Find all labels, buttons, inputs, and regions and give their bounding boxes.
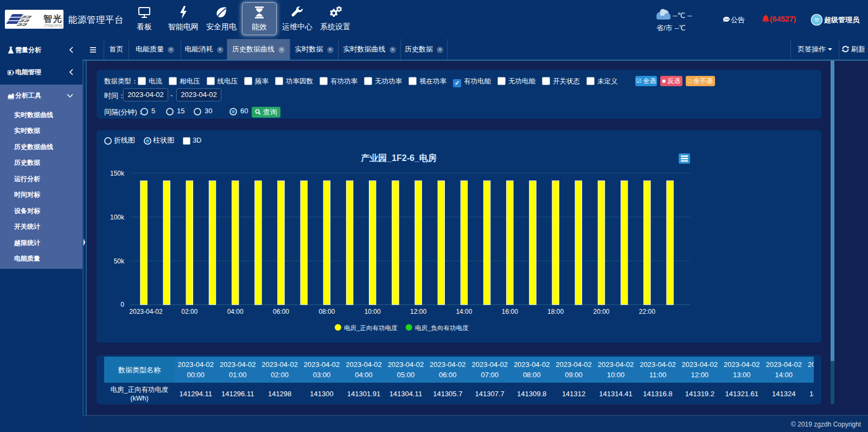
svg-text:12:00: 12:00 xyxy=(410,308,426,315)
svg-text:08:00: 08:00 xyxy=(318,308,335,315)
svg-text:04:00: 04:00 xyxy=(227,308,244,315)
svg-text:100k: 100k xyxy=(110,214,125,221)
svg-text:18:00: 18:00 xyxy=(547,308,564,315)
svg-text:06:00: 06:00 xyxy=(273,308,289,315)
svg-text:Zhiguang: Zhiguang xyxy=(44,23,62,28)
svg-text:20:00: 20:00 xyxy=(593,308,609,315)
svg-text:产业园_1F2-6_电房: 产业园_1F2-6_电房 xyxy=(360,153,437,163)
svg-text:智光: 智光 xyxy=(43,14,63,23)
svg-text:150k: 150k xyxy=(110,170,125,177)
svg-text:02:00: 02:00 xyxy=(181,308,197,315)
svg-text:0: 0 xyxy=(120,301,124,308)
svg-text:22:00: 22:00 xyxy=(639,308,655,315)
svg-text:14:00: 14:00 xyxy=(456,308,472,315)
svg-text:10:00: 10:00 xyxy=(365,308,381,315)
svg-text:电房_正向有功电度: 电房_正向有功电度 xyxy=(344,325,398,331)
svg-text:50k: 50k xyxy=(114,257,125,265)
svg-text:电房_负向有功电度: 电房_负向有功电度 xyxy=(415,325,469,331)
svg-text:16:00: 16:00 xyxy=(502,308,518,315)
svg-text:2023-04-02: 2023-04-02 xyxy=(129,308,163,315)
